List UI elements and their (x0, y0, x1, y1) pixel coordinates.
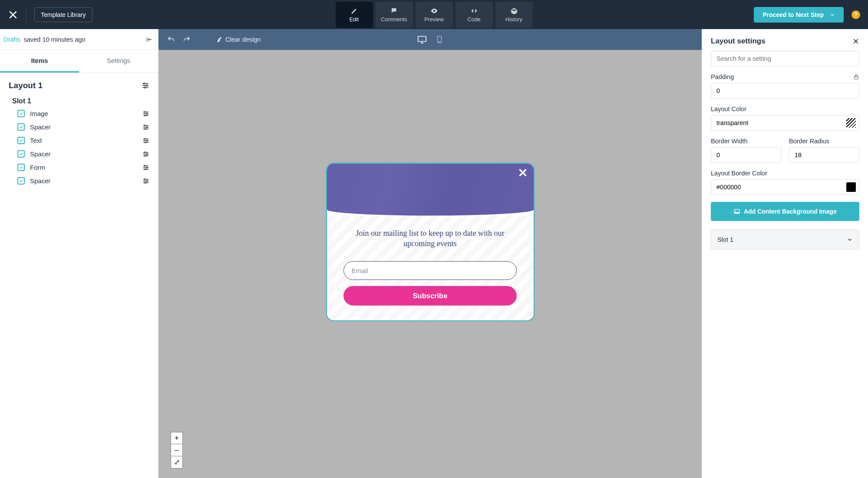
layout-title: Layout 1 (9, 81, 43, 90)
zoom-out-button[interactable]: – (171, 444, 183, 456)
svg-point-0 (144, 83, 145, 84)
border-radius-label: Border Radius (789, 138, 829, 145)
saved-text: saved 10 minutes ago (22, 36, 86, 43)
item-row[interactable]: Spacer (0, 120, 158, 134)
broom-icon (216, 36, 223, 43)
tab-history-label: History (505, 16, 522, 23)
item-settings-button[interactable] (142, 178, 149, 185)
item-checkbox[interactable] (17, 150, 25, 158)
item-settings-button[interactable] (142, 137, 149, 144)
layout-color-input[interactable] (711, 115, 859, 131)
slot-dropdown[interactable]: Slot 1 (711, 230, 859, 250)
comments-icon (390, 7, 398, 15)
layout-settings-button[interactable] (142, 82, 149, 89)
item-settings-button[interactable] (142, 110, 149, 117)
item-checkbox[interactable] (17, 164, 25, 171)
layout-color-swatch[interactable] (846, 118, 856, 128)
zoom-fit-button[interactable]: ⤢ (171, 456, 183, 468)
add-background-label: Add Content Background Image (744, 208, 837, 215)
padding-input[interactable] (711, 83, 859, 99)
svg-point-11 (145, 142, 146, 143)
close-panel-button[interactable] (852, 38, 859, 45)
help-button[interactable]: ? (851, 10, 860, 19)
zoom-in-button[interactable]: + (171, 432, 183, 444)
svg-point-12 (144, 152, 145, 153)
tab-history[interactable]: History (495, 2, 533, 28)
item-checkbox[interactable] (17, 177, 25, 185)
border-width-input[interactable] (711, 147, 781, 163)
tab-code-label: Code (468, 16, 481, 23)
item-row[interactable]: Text (0, 134, 158, 147)
close-icon (852, 38, 859, 45)
svg-point-6 (144, 125, 145, 126)
add-background-button[interactable]: Add Content Background Image (711, 202, 859, 221)
svg-point-20 (145, 182, 146, 183)
pencil-icon (350, 7, 358, 15)
item-checkbox[interactable] (17, 123, 25, 131)
email-input[interactable] (343, 261, 517, 280)
clear-design-button[interactable]: Clear design (216, 36, 261, 43)
sliders-icon (142, 151, 149, 158)
svg-point-19 (146, 180, 148, 181)
item-checkbox[interactable] (17, 137, 25, 144)
field-border-color: Layout Border Color (711, 170, 859, 195)
collapse-icon (146, 36, 153, 43)
collapse-panel-button[interactable] (146, 36, 153, 43)
redo-button[interactable] (183, 36, 191, 43)
popup-close-button[interactable] (518, 168, 528, 178)
tab-comments[interactable]: Comments (376, 2, 413, 28)
settings-search-input[interactable] (711, 51, 859, 66)
device-desktop-button[interactable] (417, 35, 427, 44)
item-row[interactable]: Form (0, 161, 158, 174)
canvas-stage[interactable]: Join our mailing list to keep up to date… (158, 50, 702, 478)
right-panel-body: Padding Layout Color Border Width (702, 51, 868, 258)
svg-point-1 (146, 85, 148, 86)
svg-rect-25 (855, 76, 858, 79)
clear-design-label: Clear design (225, 36, 261, 43)
item-settings-button[interactable] (142, 151, 149, 158)
item-row[interactable]: Spacer (0, 147, 158, 161)
subscribe-button[interactable]: Subscribe (343, 286, 517, 305)
close-icon (518, 168, 528, 178)
sliders-icon (142, 110, 149, 117)
item-checkbox[interactable] (17, 110, 25, 117)
item-row[interactable]: Image (0, 107, 158, 120)
popup-body: Join our mailing list to keep up to date… (327, 216, 534, 320)
left-tab-items[interactable]: Items (0, 50, 79, 73)
svg-point-8 (145, 128, 146, 129)
tab-preview[interactable]: Preview (416, 2, 453, 28)
topbar-right: Proceed to Next Step ? (754, 7, 860, 23)
item-row[interactable]: Spacer (0, 174, 158, 188)
tab-edit[interactable]: Edit (336, 2, 373, 28)
lock-icon (853, 74, 859, 80)
drafts-row: Drafts saved 10 minutes ago (0, 29, 158, 50)
svg-point-3 (144, 111, 145, 112)
svg-point-15 (144, 165, 145, 166)
left-tab-settings[interactable]: Settings (79, 50, 158, 73)
sliders-icon (142, 178, 149, 185)
item-settings-button[interactable] (142, 164, 149, 171)
device-mobile-button[interactable] (436, 35, 443, 44)
border-radius-input[interactable] (789, 147, 859, 163)
inbox-icon (510, 7, 518, 15)
item-settings-button[interactable] (142, 124, 149, 131)
border-color-swatch[interactable] (846, 182, 856, 192)
svg-point-18 (144, 178, 145, 180)
padding-lock-button[interactable] (853, 74, 859, 80)
undo-button[interactable] (167, 36, 175, 43)
drafts-link[interactable]: Drafts (3, 36, 20, 43)
tab-code[interactable]: Code (455, 2, 493, 28)
canvas-toolbar: Clear design (158, 29, 702, 50)
device-toggle (417, 35, 443, 44)
proceed-button[interactable]: Proceed to Next Step (754, 7, 844, 23)
template-library-button[interactable]: Template Library (34, 7, 92, 22)
popup[interactable]: Join our mailing list to keep up to date… (326, 163, 535, 321)
chevron-down-icon (847, 237, 853, 243)
sliders-icon (142, 137, 149, 144)
svg-point-27 (735, 211, 736, 211)
redo-icon (183, 36, 191, 43)
close-icon[interactable] (8, 10, 18, 20)
topbar-left: Template Library (8, 7, 92, 22)
item-label: Spacer (30, 123, 51, 131)
border-color-input[interactable] (711, 179, 859, 195)
